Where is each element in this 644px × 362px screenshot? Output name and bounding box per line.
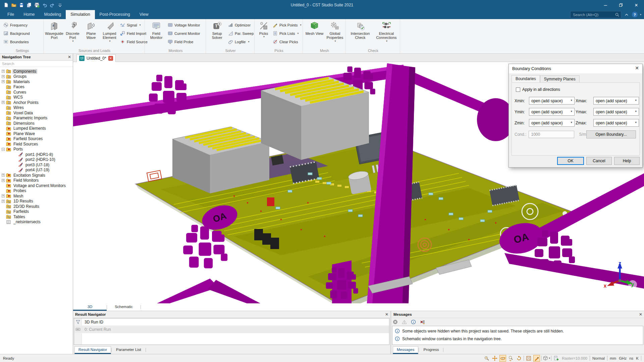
tree-item-mesh[interactable]: +Mesh — [0, 193, 73, 199]
open-boundary-button[interactable]: Open Boundary... — [586, 130, 636, 138]
warnings-filter-button[interactable] — [402, 319, 407, 324]
messages-close-icon[interactable]: ✕ — [639, 311, 642, 318]
unit-mm[interactable]: mm — [610, 356, 616, 360]
setup-solver-button[interactable]: TSetup Solver — [207, 20, 227, 47]
tree-item-port4-u7-19[interactable]: port4 (U7-19) — [0, 168, 73, 173]
dialog-tab-symmetry-planes[interactable]: Symmetry Planes — [540, 75, 580, 83]
viewport-tab-3d[interactable]: 3D — [73, 303, 107, 311]
close-button[interactable]: ✕ — [629, 0, 644, 10]
unit-ns[interactable]: ns — [629, 356, 633, 360]
cancel-button[interactable]: Cancel — [586, 157, 612, 165]
tab-simulation[interactable]: Simulation — [66, 10, 95, 19]
pick-points-button[interactable]: Pick Points▾ — [271, 21, 303, 29]
bottom-tab-messages[interactable]: Messages — [393, 346, 418, 354]
zoom-in-button[interactable] — [483, 355, 490, 362]
tree-item-voxel-data[interactable]: Voxel Data — [0, 110, 73, 116]
rotate-reset-button[interactable] — [516, 355, 522, 362]
tree-item-dimensions[interactable]: Dimensions — [0, 121, 73, 126]
pick-lists-button[interactable]: Pick Lists▾ — [271, 29, 303, 38]
discrete-port-marker[interactable] — [183, 225, 227, 268]
tree-item-anchor-points[interactable]: +Anchor Points — [0, 100, 73, 105]
apply-all-checkbox[interactable]: Apply in all directions — [516, 87, 560, 92]
expand-plus-icon[interactable]: + — [2, 80, 5, 83]
tree-item-wires[interactable]: Wires — [0, 105, 73, 111]
tree-item-1d-results[interactable]: +1D Results — [0, 199, 73, 204]
tree-item-faces[interactable]: Faces — [0, 84, 73, 90]
tree-item-2d-3d-results[interactable]: 2D/3D Results — [0, 204, 73, 209]
tree-item-groups[interactable]: +Groups — [0, 74, 73, 79]
ymax-select[interactable]: open (add space)▾ — [593, 108, 639, 116]
tab-modeling[interactable]: Modeling — [40, 10, 66, 19]
pan-button[interactable] — [491, 355, 498, 362]
boundaries-button[interactable]: Boundaries — [2, 38, 31, 46]
tree-item-components[interactable]: +Components — [0, 69, 73, 74]
tree-item-wcs[interactable]: WCS — [0, 95, 73, 100]
tree-item-ports[interactable]: −Ports — [0, 147, 73, 152]
document-tab[interactable]: Untitled_0* ✕ — [76, 54, 116, 62]
tab-view[interactable]: View — [135, 10, 153, 19]
expand-plus-icon[interactable]: + — [2, 70, 5, 73]
ok-button[interactable]: OK — [557, 157, 584, 165]
ymin-select[interactable]: open (add space)▾ — [529, 108, 575, 116]
tree-search-input[interactable] — [0, 61, 73, 67]
bounding-frame-bottom-left[interactable] — [157, 279, 260, 303]
tree-item-field-monitors[interactable]: +Field Monitors — [0, 178, 73, 183]
picks-button[interactable]: Picks▾ — [256, 20, 271, 47]
search-input[interactable] — [571, 11, 621, 18]
expand-plus-icon[interactable]: + — [2, 75, 5, 78]
expand-plus-icon[interactable]: + — [2, 194, 5, 197]
mesh-view-button[interactable]: Mesh View — [304, 20, 325, 47]
navigation-tree-close-icon[interactable]: ✕ — [68, 54, 71, 61]
lumped-element-button[interactable]: Lumped Element▾ — [100, 20, 119, 47]
clear-messages-button[interactable] — [420, 319, 425, 324]
tree-item-lumped-elements[interactable]: Lumped Elements — [0, 126, 73, 131]
zoom-range-button[interactable] — [507, 355, 514, 362]
zmax-select[interactable]: open (add space)▾ — [593, 119, 639, 127]
tree-item-netsintersects[interactable]: _netsintersects — [0, 220, 73, 225]
run-id-filter-row[interactable]: 3D Run ID — [74, 318, 389, 326]
expand-plus-icon[interactable]: + — [2, 179, 5, 182]
add-field-watch-button[interactable] — [553, 355, 559, 362]
customize-quick-access-button[interactable] — [57, 2, 63, 8]
red-component[interactable] — [267, 197, 274, 206]
raster-value[interactable]: Raster=10.000 — [562, 356, 587, 360]
clip-plane-button[interactable] — [533, 355, 540, 362]
help-icon[interactable]: ? — [632, 12, 638, 17]
waveguide-port-button[interactable]: Waveguide Port — [45, 20, 63, 47]
intersection-check-button[interactable]: Intersection Check — [347, 20, 373, 47]
tree-item-curves[interactable]: Curves — [0, 89, 73, 95]
new-file-button[interactable] — [3, 2, 9, 8]
bottom-tab-result-navigator[interactable]: Result Navigator — [74, 346, 111, 354]
view-mode-value[interactable]: Normal — [592, 356, 605, 360]
background-button[interactable]: Background — [2, 29, 31, 38]
save-button[interactable] — [18, 2, 25, 8]
bottom-tab-parameter-list[interactable]: Parameter List — [112, 346, 145, 354]
tree-item-excitation-signals[interactable]: +Excitation Signals — [0, 173, 73, 178]
undo-button[interactable] — [41, 2, 48, 8]
logfile-button[interactable]: Logfile▾ — [227, 38, 255, 46]
redo-button[interactable] — [49, 2, 56, 8]
tree-item-farfield-sources[interactable]: Farfield Sources — [0, 136, 73, 142]
cube-menu-button[interactable]: ▾ — [543, 355, 550, 362]
par-sweep-button[interactable]: Par. Sweep — [227, 29, 255, 38]
signal-button[interactable]: Signal▾ — [119, 21, 149, 29]
optimizer-button[interactable]: Optimizer — [227, 21, 255, 29]
tree-item-parametric-imports[interactable]: Parametric Imports — [0, 116, 73, 121]
plane-wave-button[interactable]: Plane Wave — [82, 20, 100, 47]
discrete-port-button[interactable]: Discrete Port▾ — [63, 20, 82, 47]
tab-home[interactable]: Home — [19, 10, 39, 19]
expand-minus-icon[interactable]: − — [2, 148, 5, 151]
tree-item-voltage-and-current-monitors[interactable]: Voltage and Current Monitors — [0, 183, 73, 188]
field-import-button[interactable]: Field Import — [119, 29, 149, 38]
unit-k[interactable]: K — [636, 356, 639, 360]
clear-picks-button[interactable]: Clear Picks — [271, 38, 303, 46]
electrical-connections-button[interactable]: Electrical Connections▾ — [373, 20, 399, 47]
help-button[interactable]: Help — [614, 157, 640, 165]
copy-button[interactable] — [26, 2, 33, 8]
help-dropdown-icon[interactable]: ▾ — [640, 13, 641, 16]
viewport-tab-schematic[interactable]: Schematic — [107, 303, 141, 311]
info-filter-button[interactable] — [411, 319, 416, 324]
document-tab-close-icon[interactable]: ✕ — [108, 56, 113, 61]
field-probe-button[interactable]: Field Probe — [166, 38, 201, 46]
message-row[interactable]: Some objects were hidden when this proje… — [392, 327, 643, 335]
